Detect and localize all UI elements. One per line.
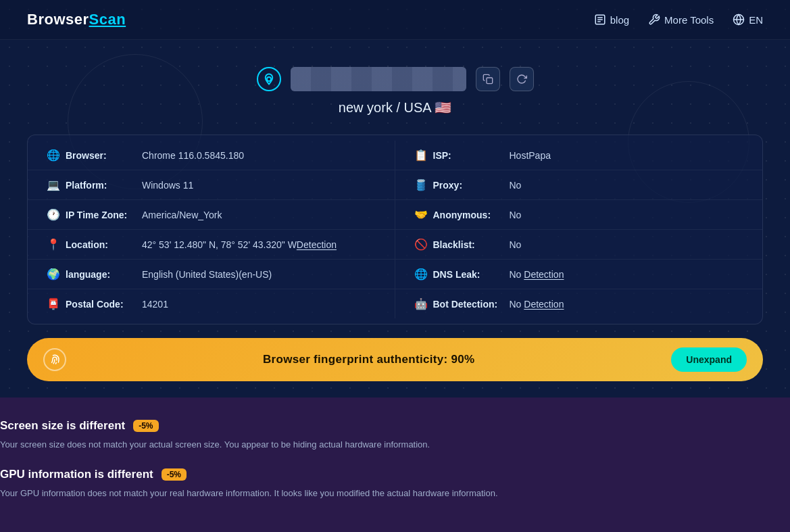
proxy-row: 🛢️ Proxy: No: [395, 170, 763, 200]
nav-lang[interactable]: EN: [733, 14, 763, 26]
blacklist-row: 🚫 Blacklist: No: [395, 230, 763, 260]
proxy-label: Proxy:: [433, 180, 504, 191]
alert-gpu-title-row: GPU information is different -5%: [0, 468, 790, 481]
dns-label: DNS Leak:: [433, 269, 504, 280]
bot-detection-link[interactable]: Detection: [524, 299, 564, 310]
alert-gpu-desc: Your GPU information does not match your…: [0, 487, 790, 500]
bot-label: Bot Detection:: [433, 299, 504, 310]
alert-gpu-badge: -5%: [162, 468, 187, 481]
language-row: 🌍 language: English (United States)(en-U…: [28, 260, 395, 289]
blacklist-icon: 🚫: [414, 238, 428, 251]
timezone-row: 🕐 IP Time Zone: America/New_York: [28, 200, 395, 230]
postal-row: 📮 Postal Code: 14201: [28, 289, 395, 318]
alert-screen-size-title: Screen size is different: [0, 419, 125, 433]
tools-icon: [648, 14, 660, 26]
blacklist-label: Blacklist:: [433, 239, 504, 250]
dns-value: No Detection: [510, 269, 564, 280]
header: BrowserScan blog More Tools: [0, 0, 790, 40]
alert-screen-size-desc: Your screen size does not match your act…: [0, 438, 790, 452]
anonymous-label: Anonymous:: [433, 210, 504, 220]
globe-icon: [733, 14, 745, 26]
fingerprint-bar: Browser fingerprint authenticity: 90% Un…: [27, 338, 763, 381]
nav-more-tools[interactable]: More Tools: [648, 14, 714, 26]
location-label: new york / USA 🇺🇸: [339, 99, 451, 116]
browser-icon: 🌐: [47, 149, 60, 162]
ip-row: [257, 67, 534, 91]
alert-gpu-title: GPU information is different: [0, 468, 153, 481]
language-icon: 🌍: [47, 268, 60, 281]
copy-ip-button[interactable]: [476, 67, 500, 91]
ip-section: new york / USA 🇺🇸: [27, 67, 763, 116]
platform-label: Platform:: [66, 180, 137, 191]
language-label: language:: [66, 269, 137, 280]
ip-address-blurred: [291, 67, 466, 91]
anonymous-icon: 🤝: [414, 208, 428, 221]
refresh-ip-button[interactable]: [510, 67, 534, 91]
blog-icon: [594, 14, 606, 26]
location-icon: 📍: [47, 238, 60, 251]
anonymous-row: 🤝 Anonymous: No: [395, 200, 763, 230]
location-value: 42° 53' 12.480" N, 78° 52' 43.320" WDete…: [142, 239, 337, 250]
nav-right: blog More Tools EN: [594, 14, 763, 26]
browser-row: 🌐 Browser: Chrome 116.0.5845.180: [28, 141, 395, 170]
dns-detection-link[interactable]: Detection: [524, 269, 564, 280]
postal-value: 14201: [142, 299, 168, 310]
proxy-icon: 🛢️: [414, 178, 428, 191]
info-col-right: 📋 ISP: HostPapa 🛢️ Proxy: No 🤝 Anonymous…: [395, 141, 763, 318]
browser-label: Browser:: [66, 150, 137, 161]
language-value: English (United States)(en-US): [142, 269, 272, 280]
location-pin-icon: [257, 67, 281, 91]
dns-icon: 🌐: [414, 268, 428, 281]
timezone-label: IP Time Zone:: [66, 210, 137, 220]
svg-rect-7: [487, 78, 493, 84]
logo-text-accent: Scan: [89, 11, 126, 28]
bot-value: No Detection: [510, 299, 564, 310]
isp-row: 📋 ISP: HostPapa: [395, 141, 763, 170]
alert-screen-size: Screen size is different -5% Your screen…: [0, 419, 790, 452]
proxy-value: No: [510, 180, 522, 191]
alert-gpu-info: GPU information is different -5% Your GP…: [0, 468, 790, 500]
bottom-panel: Screen size is different -5% Your screen…: [0, 397, 790, 532]
postal-icon: 📮: [47, 297, 60, 310]
isp-value: HostPapa: [510, 150, 551, 161]
info-card: 🌐 Browser: Chrome 116.0.5845.180 💻 Platf…: [27, 135, 763, 324]
anonymous-value: No: [510, 210, 522, 220]
postal-label: Postal Code:: [66, 299, 137, 310]
alert-screen-size-badge: -5%: [133, 420, 158, 432]
blacklist-value: No: [510, 239, 522, 250]
browser-value: Chrome 116.0.5845.180: [142, 150, 244, 161]
location-label-text: Location:: [66, 239, 137, 250]
dns-no: No: [510, 269, 524, 280]
alert-screen-size-title-row: Screen size is different -5%: [0, 419, 790, 433]
logo-text-main: Browser: [27, 11, 89, 28]
timezone-value: America/New_York: [142, 210, 222, 220]
fingerprint-icon: [43, 348, 66, 371]
fingerprint-text: Browser fingerprint authenticity: 90%: [77, 353, 660, 366]
platform-row: 💻 Platform: Windows 11: [28, 170, 395, 200]
bot-no: No: [510, 299, 524, 310]
dns-leak-row: 🌐 DNS Leak: No Detection: [395, 260, 763, 289]
nav-more-tools-label: More Tools: [664, 14, 714, 26]
svg-point-6: [267, 77, 271, 81]
unexpand-button[interactable]: Unexpand: [671, 347, 747, 372]
location-coords: 42° 53' 12.480" N, 78° 52' 43.320" W: [142, 239, 297, 250]
nav-blog-label: blog: [610, 14, 629, 26]
platform-value: Windows 11: [142, 180, 193, 191]
location-detection-link[interactable]: Detection: [297, 239, 337, 250]
nav-blog[interactable]: blog: [594, 14, 629, 26]
main-content: new york / USA 🇺🇸 🌐 Browser: Chrome 116.…: [0, 40, 790, 381]
logo: BrowserScan: [27, 11, 126, 28]
info-col-left: 🌐 Browser: Chrome 116.0.5845.180 💻 Platf…: [28, 141, 395, 318]
isp-icon: 📋: [414, 149, 428, 162]
nav-lang-label: EN: [749, 14, 763, 26]
info-grid: 🌐 Browser: Chrome 116.0.5845.180 💻 Platf…: [28, 141, 762, 318]
bot-icon: 🤖: [414, 297, 428, 310]
bot-detection-row: 🤖 Bot Detection: No Detection: [395, 289, 763, 318]
isp-label: ISP:: [433, 150, 504, 161]
timezone-icon: 🕐: [47, 208, 60, 221]
location-row: 📍 Location: 42° 53' 12.480" N, 78° 52' 4…: [28, 230, 395, 260]
platform-icon: 💻: [47, 178, 60, 191]
